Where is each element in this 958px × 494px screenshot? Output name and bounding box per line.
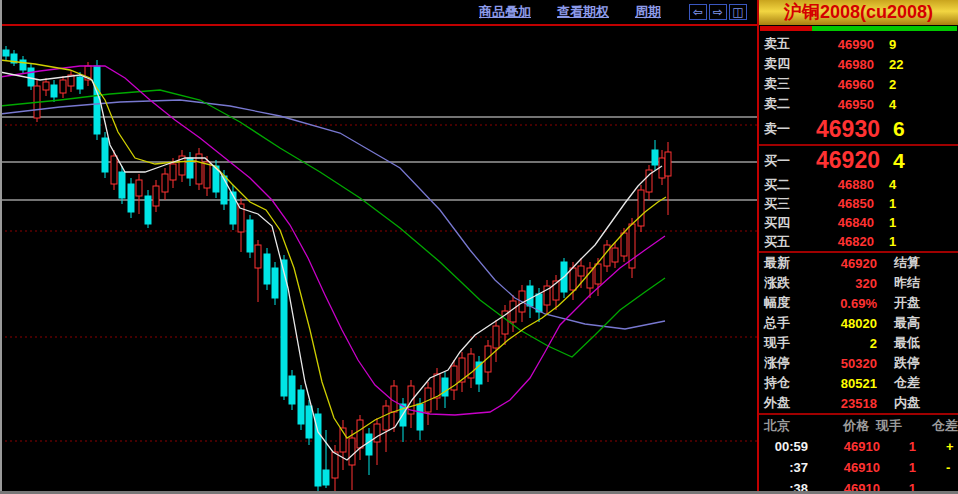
ask-row-2[interactable]: 卖二 46950 4 <box>759 94 958 114</box>
stat-row-5: 涨停50320跌停 <box>759 353 958 373</box>
ask3-qty: 2 <box>889 77 896 92</box>
forward-icon[interactable]: ⇨ <box>709 4 727 20</box>
stat-label-right: 最低 <box>894 334 920 352</box>
tick-time: :37 <box>764 460 808 475</box>
ask-row-4[interactable]: 卖四 46980 22 <box>759 54 958 74</box>
ask2-qty: 4 <box>889 97 896 112</box>
window-left-edge <box>0 0 2 494</box>
stat-label: 涨停 <box>764 354 804 372</box>
bid3-label: 买三 <box>764 195 804 213</box>
tick-table: 00:59469101+:37469101-:38469101 <box>759 436 958 494</box>
stat-label-right: 昨结 <box>894 274 920 292</box>
col-price: 价格 <box>804 417 869 435</box>
col-time: 北京 <box>764 417 804 435</box>
tick-time: 00:59 <box>764 439 808 454</box>
stat-label-right: 内盘 <box>894 394 920 412</box>
stat-label-right: 最高 <box>894 314 920 332</box>
split-view-icon[interactable]: ◫ <box>729 4 747 20</box>
tick-row-1: :37469101- <box>759 457 958 478</box>
stat-value: 320 <box>804 276 877 291</box>
stat-label: 最新 <box>764 254 804 272</box>
tick-oi-change: - <box>946 460 950 475</box>
app-window: 商品叠加 查看期权 周期 ⇦ ⇨ ◫ 沪铜2008(cu2008) 卖五 469… <box>0 0 958 494</box>
tick-lot: 1 <box>880 460 916 475</box>
tick-price: 46910 <box>808 460 880 475</box>
bid4-label: 买四 <box>764 214 804 232</box>
ask-row-1[interactable]: 卖一 46930 6 <box>759 114 958 144</box>
bid2-qty: 4 <box>889 177 896 192</box>
ask5-price: 46990 <box>804 37 874 52</box>
tick-lot: 1 <box>880 439 916 454</box>
col-oi-change: 仓差 <box>932 417 958 435</box>
bid-row-2[interactable]: 买二 46880 4 <box>759 175 958 194</box>
stat-value: 50320 <box>804 356 877 371</box>
menu-item-period[interactable]: 周期 <box>635 3 661 21</box>
stat-value: 2 <box>804 336 877 351</box>
ask5-label: 卖五 <box>764 35 804 53</box>
ask5-qty: 9 <box>889 37 896 52</box>
ask3-label: 卖三 <box>764 75 804 93</box>
menu-item-options[interactable]: 查看期权 <box>557 3 609 21</box>
contract-title[interactable]: 沪铜2008(cu2008) <box>759 0 958 25</box>
stat-value: 48020 <box>804 316 877 331</box>
stat-label-right: 开盘 <box>894 294 920 312</box>
ask2-label: 卖二 <box>764 95 804 113</box>
bid3-qty: 1 <box>889 196 896 211</box>
ask-row-3[interactable]: 卖三 46960 2 <box>759 74 958 94</box>
bid-row-5[interactable]: 买五 46820 1 <box>759 232 958 251</box>
bid4-qty: 1 <box>889 215 896 230</box>
stat-label-right: 跌停 <box>894 354 920 372</box>
bid-row-1[interactable]: 买一 46920 4 <box>759 146 958 175</box>
tick-table-header: 北京 价格 现手 仓差 <box>759 415 958 436</box>
stat-row-7: 外盘23518内盘 <box>759 393 958 413</box>
ratio-red-segment <box>760 26 812 31</box>
stat-label: 总手 <box>764 314 804 332</box>
bid1-qty: 4 <box>893 149 905 173</box>
price-chart[interactable] <box>0 0 757 494</box>
stat-row-0: 最新46920结算 <box>759 253 958 273</box>
stat-value: 80521 <box>804 376 877 391</box>
ask1-label: 卖一 <box>764 120 804 138</box>
ask1-qty: 6 <box>893 117 905 141</box>
menu-item-overlay[interactable]: 商品叠加 <box>479 3 531 21</box>
stat-label: 现手 <box>764 334 804 352</box>
stat-row-2: 幅度0.69%开盘 <box>759 293 958 313</box>
quote-panel: 沪铜2008(cu2008) 卖五 46990 9 卖四 46980 22 卖三… <box>757 0 958 494</box>
ask4-qty: 22 <box>889 57 903 72</box>
ask2-price: 46950 <box>804 97 874 112</box>
ask3-price: 46960 <box>804 77 874 92</box>
stat-label: 持仓 <box>764 374 804 392</box>
bid2-label: 买二 <box>764 176 804 194</box>
back-icon[interactable]: ⇦ <box>689 4 707 20</box>
bid3-price: 46850 <box>804 196 874 211</box>
menubar: 商品叠加 查看期权 周期 ⇦ ⇨ ◫ <box>0 0 757 26</box>
stat-value: 0.69% <box>804 296 877 311</box>
bid1-label: 买一 <box>764 152 804 170</box>
ask4-price: 46980 <box>804 57 874 72</box>
bid4-price: 46840 <box>804 215 874 230</box>
bid1-price: 46920 <box>804 147 880 174</box>
tick-price: 46910 <box>808 439 880 454</box>
tick-oi-change: + <box>946 439 954 454</box>
bid2-price: 46880 <box>804 177 874 192</box>
col-lot: 现手 <box>869 417 902 435</box>
buy-sell-ratio-bar <box>759 25 958 34</box>
stat-label-right: 仓差 <box>894 374 920 392</box>
stat-row-3: 总手48020最高 <box>759 313 958 333</box>
ratio-green-segment <box>812 26 957 31</box>
bid-row-3[interactable]: 买三 46850 1 <box>759 194 958 213</box>
ask-row-5[interactable]: 卖五 46990 9 <box>759 34 958 54</box>
stat-label: 涨跌 <box>764 274 804 292</box>
stat-row-4: 现手2最低 <box>759 333 958 353</box>
bid5-qty: 1 <box>889 234 896 249</box>
stat-label: 幅度 <box>764 294 804 312</box>
bid5-price: 46820 <box>804 234 874 249</box>
ask1-price: 46930 <box>804 116 880 143</box>
tick-row-0: 00:59469101+ <box>759 436 958 457</box>
stat-value: 23518 <box>804 396 877 411</box>
bid-row-4[interactable]: 买四 46840 1 <box>759 213 958 232</box>
ask4-label: 卖四 <box>764 55 804 73</box>
stat-label-right: 结算 <box>894 254 920 272</box>
stat-row-6: 持仓80521仓差 <box>759 373 958 393</box>
stat-label: 外盘 <box>764 394 804 412</box>
